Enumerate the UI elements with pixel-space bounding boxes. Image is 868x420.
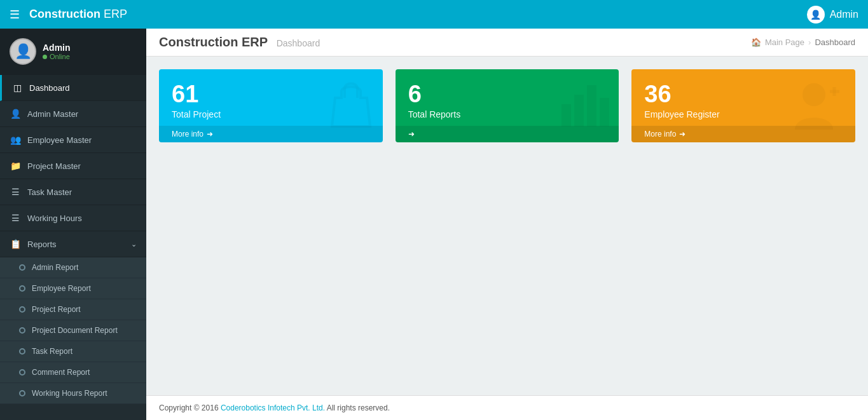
sidebar-item-reports[interactable]: 📋 Reports ⌄ (0, 231, 146, 257)
breadcrumb-current: Dashboard (815, 37, 855, 47)
card-total-project: 61 Total Project More info ➜ (159, 69, 383, 142)
subitem-label: Task Report (32, 347, 72, 356)
brand-bold: Construction (29, 8, 100, 20)
sidebar-subitem-project-report[interactable]: Project Report (0, 299, 146, 320)
status-dot-icon (43, 55, 47, 59)
admin-label: Admin (830, 9, 858, 20)
svg-rect-0 (561, 104, 571, 126)
sidebar-user: 👤 Admin Online (0, 29, 146, 75)
sidebar-subitem-working-hours-report[interactable]: Working Hours Report (0, 383, 146, 404)
sidebar-user-info: Admin Online (43, 43, 71, 60)
sidebar-item-label: Admin Master (27, 109, 78, 119)
breadcrumb-main: Main Page (765, 37, 804, 47)
sidebar-item-admin-master[interactable]: 👤 Admin Master (0, 101, 146, 127)
page-title: Construction ERP Dashboard (159, 35, 320, 49)
subitem-label: Project Document Report (32, 326, 118, 335)
sidebar-subitem-comment-report[interactable]: Comment Report (0, 362, 146, 383)
content-title: Construction ERP Dashboard (159, 35, 320, 50)
svg-point-4 (803, 83, 825, 106)
subitem-circle-icon (19, 369, 25, 376)
navbar-right: 👤 Admin (807, 6, 858, 24)
task-master-icon: ☰ (10, 187, 21, 197)
svg-rect-2 (587, 85, 596, 126)
sidebar-item-employee-master[interactable]: 👥 Employee Master (0, 127, 146, 153)
footer-link[interactable]: Coderobotics Infotech Pvt. Ltd. (221, 403, 325, 412)
sidebar-subitem-task-report[interactable]: Task Report (0, 341, 146, 362)
sidebar-nav: ◫ Dashboard 👤 Admin Master 👥 Employee Ma… (0, 75, 146, 420)
subtitle: Dashboard (277, 38, 320, 48)
cards-row: 61 Total Project More info ➜ (159, 69, 855, 142)
svg-rect-3 (600, 98, 609, 126)
home-icon: 🏠 (751, 37, 761, 47)
brand-light: ERP (100, 8, 127, 20)
sidebar-subitem-admin-report[interactable]: Admin Report (0, 257, 146, 278)
reports-icon: 📋 (10, 239, 21, 249)
sidebar-item-task-master[interactable]: ☰ Task Master (0, 179, 146, 205)
main-layout: 👤 Admin Online ◫ Dashboard 👤 Admin Maste… (0, 29, 868, 420)
working-hours-icon: ☰ (10, 213, 21, 223)
card-employee-register: 36 Employee Register More info ➜ (631, 69, 855, 142)
content-header: Construction ERP Dashboard 🏠 Main Page ›… (146, 29, 868, 57)
svg-rect-1 (574, 95, 584, 126)
subitem-label: Comment Report (32, 368, 90, 377)
footer-suffix: All rights reserved. (325, 403, 390, 412)
subitem-circle-icon (19, 264, 25, 271)
sidebar-item-label: Employee Master (27, 135, 92, 145)
footer-text: Copyright © 2016 (159, 403, 221, 412)
subitem-circle-icon (19, 390, 25, 396)
arrow-right-icon: ➜ (207, 130, 213, 139)
top-navbar: ☰ Construction ERP 👤 Admin (0, 0, 868, 29)
reports-submenu: Admin Report Employee Report Project Rep… (0, 257, 146, 404)
project-master-icon: 📁 (10, 161, 21, 171)
arrow-right-icon: ➜ (408, 130, 415, 139)
subitem-circle-icon (19, 285, 25, 292)
subitem-label: Admin Report (32, 263, 78, 272)
person-icon (789, 79, 846, 142)
main-content: Construction ERP Dashboard 🏠 Main Page ›… (146, 29, 868, 420)
page-footer: Copyright © 2016 Coderobotics Infotech P… (146, 395, 868, 420)
title-bold: Construction ERP (159, 35, 268, 49)
status-label: Online (50, 53, 70, 60)
subitem-label: Employee Report (32, 284, 91, 293)
arrow-right-icon: ➜ (679, 130, 685, 139)
sidebar-item-label: Working Hours (27, 213, 82, 223)
subitem-label: Project Report (32, 305, 81, 314)
more-info-label: More info (644, 130, 676, 139)
sidebar-item-label: Reports (27, 240, 57, 249)
employee-master-icon: 👥 (10, 135, 21, 145)
admin-avatar-top: 👤 (807, 6, 825, 24)
breadcrumb-separator: › (808, 37, 811, 47)
avatar: 👤 (10, 38, 36, 65)
navbar-left: ☰ Construction ERP (10, 8, 127, 22)
sidebar-item-label: Dashboard (29, 83, 70, 93)
bag-icon (326, 76, 376, 142)
subitem-circle-icon (19, 348, 25, 355)
sidebar-subitem-project-document-report[interactable]: Project Document Report (0, 320, 146, 341)
sidebar-item-label: Project Master (27, 161, 81, 171)
more-info-label: More info (172, 130, 203, 139)
dashboard-body: 61 Total Project More info ➜ (146, 57, 868, 395)
hamburger-icon[interactable]: ☰ (10, 8, 20, 22)
sidebar-username: Admin (43, 43, 71, 53)
dashboard-icon: ◫ (11, 83, 23, 93)
sidebar-item-project-master[interactable]: 📁 Project Master (0, 153, 146, 179)
sidebar-item-working-hours[interactable]: ☰ Working Hours (0, 205, 146, 231)
sidebar-status: Online (43, 53, 71, 60)
chart-icon (558, 79, 609, 140)
sidebar-subitem-employee-report[interactable]: Employee Report (0, 278, 146, 299)
card-total-reports: 6 Total Reports ➜ (396, 69, 619, 142)
admin-master-icon: 👤 (10, 109, 21, 119)
chevron-down-icon: ⌄ (131, 240, 137, 248)
subitem-label: Working Hours Report (32, 389, 107, 398)
breadcrumb: 🏠 Main Page › Dashboard (751, 37, 855, 47)
app-brand: Construction ERP (29, 8, 127, 21)
subitem-circle-icon (19, 306, 25, 313)
sidebar: 👤 Admin Online ◫ Dashboard 👤 Admin Maste… (0, 29, 146, 420)
sidebar-item-dashboard[interactable]: ◫ Dashboard (0, 75, 146, 101)
subitem-circle-icon (19, 327, 25, 334)
sidebar-item-label: Task Master (27, 187, 72, 197)
